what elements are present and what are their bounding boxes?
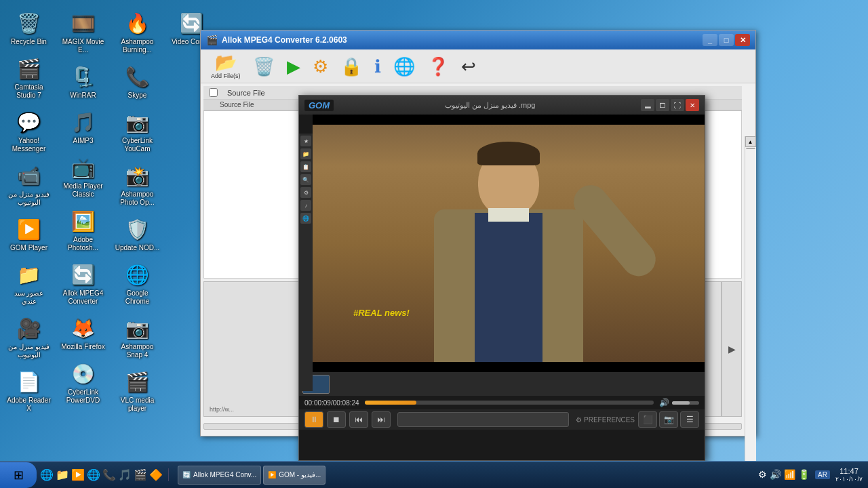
quick-launch-media[interactable]: ▶️ (71, 468, 85, 481)
desktop-icon-recycle-bin[interactable]: 🗑️ Recycle Bin (3, 7, 54, 49)
desktop-icon-vlc[interactable]: 🎬 VLC media player (112, 365, 163, 415)
desktop-icon-adobe-reader[interactable]: 📄 Adobe Reader X (3, 365, 54, 415)
adobe-reader-icon: 📄 (16, 368, 43, 395)
delete-button[interactable]: 🗑️ (250, 56, 278, 77)
quick-launch-film[interactable]: 🎬 (134, 468, 147, 481)
desktop-icon-magix[interactable]: 🎞️ MAGIX Movie E... (58, 7, 108, 57)
taskbar-item-gom[interactable]: ▶️ GOM - فيديو... (263, 466, 326, 485)
allok-maximize-button[interactable]: □ (719, 34, 734, 46)
capture-button[interactable]: 📷 (659, 411, 678, 428)
select-all-checkbox[interactable] (209, 88, 218, 97)
volume-fill (672, 401, 690, 405)
desktop-icon-photoshop[interactable]: 🖼️ Adobe Photosh... (58, 205, 108, 255)
desktop-icon-gom[interactable]: ▶️ GOM Player (3, 213, 54, 255)
desktop-icon-camtasia[interactable]: 🎬 Camtasia Studio 7 (3, 52, 54, 102)
settings-button[interactable]: ⚙ (309, 56, 332, 77)
volume-track[interactable] (672, 401, 699, 405)
desktop-icon-youcam[interactable]: 📷 CyberLink YouCam (112, 106, 163, 156)
person-inner (475, 213, 542, 362)
desktop-icon-media-player[interactable]: 📺 Media Player Classic (58, 151, 108, 201)
preview-play-button[interactable]: ▶ (722, 281, 742, 417)
scroll-thumb[interactable] (746, 148, 755, 149)
desktop-icon-winrar[interactable]: 🗜️ WinRAR (58, 60, 108, 102)
systray-icon-1[interactable]: ⚙ (758, 469, 767, 480)
gom-restore-button[interactable]: ⧠ (656, 99, 669, 111)
add-files-button[interactable]: 📂 Add File(s) (208, 52, 244, 81)
gom-minimize-button[interactable]: 🗕 (641, 99, 654, 111)
undo-button[interactable]: ↩ (458, 56, 479, 77)
desktop-icon-aimp3[interactable]: 🎵 AIMP3 (58, 106, 108, 148)
right-scrollbar[interactable]: ▲ ▼ (745, 136, 755, 482)
lock-button[interactable]: 🔒 (337, 56, 366, 77)
gom-close-button[interactable]: ✕ (686, 99, 699, 111)
quick-launch-explorer[interactable]: 📁 (56, 468, 69, 481)
taskbar-item-allok[interactable]: 🔄 Allok MPEG4 Conv... (178, 466, 261, 485)
info-button[interactable]: ℹ (371, 56, 384, 77)
next-button[interactable]: ⏭ (372, 411, 391, 428)
person-hair (477, 142, 540, 165)
allok-titlebar[interactable]: 🎬 Allok MPEG4 Converter 6.2.0603 _ □ ✕ (201, 30, 755, 49)
pause-button[interactable]: ⏸ (304, 411, 323, 428)
menu-button[interactable]: ☰ (680, 411, 699, 428)
desktop-icon-nod[interactable]: 🛡️ Update NOD... (112, 213, 163, 255)
scroll-up-arrow[interactable]: ▲ (745, 136, 756, 147)
allok-toolbar: 📂 Add File(s) 🗑️ ▶ ⚙ 🔒 ℹ 🌐 ❓ (201, 49, 755, 83)
gom-seekbar-area: 00:00:09/00:08:24 🔊 (299, 396, 705, 409)
quick-launch-orange[interactable]: 🔶 (149, 468, 163, 481)
sidebar-btn-2[interactable]: 📁 (300, 148, 311, 159)
start-button[interactable]: ⊞ (0, 462, 37, 488)
desktop-icon-firefox[interactable]: 🦊 Mozilla Firefox (58, 312, 108, 354)
preview-url: http://w... (210, 406, 234, 413)
ashampoo-burn-label: Ashampoo Burning... (115, 38, 160, 54)
desktop-icon-allok[interactable]: 🔄 Allok MPEG4 Converter (58, 258, 108, 308)
prev-button[interactable]: ⏮ (349, 411, 368, 428)
desktop-icon-chrome[interactable]: 🌐 Google Chrome (112, 258, 163, 308)
preferences-button[interactable]: ⚙ PREFERENCES (576, 416, 635, 424)
systray-icon-2[interactable]: 🔊 (770, 469, 781, 480)
stop-button[interactable]: ⏹ (327, 411, 346, 428)
quick-launch-chrome[interactable]: 🌐 (87, 468, 100, 481)
add-files-icon: 📂 (215, 54, 237, 71)
gom-titlebar[interactable]: GOM فيديو منزل من اليوتيوب .mpg 🗕 ⧠ ⛶ ✕ (299, 96, 705, 115)
video-top-bar (313, 115, 705, 125)
desktop-icon-snap[interactable]: 📷 Ashampoo Snap 4 (112, 312, 163, 362)
nod-icon: 🛡️ (124, 216, 151, 243)
snap-label: Ashampoo Snap 4 (115, 343, 160, 359)
desktop-icon-skype[interactable]: 📞 Skype (112, 60, 163, 102)
pause-icon: ⏸ (310, 415, 318, 424)
playlist-bar[interactable] (397, 412, 569, 427)
gom-seek-track[interactable] (365, 401, 654, 405)
desktop-icon-flv[interactable]: 📹 فيديو منزل من اليوتيوب (3, 159, 54, 209)
systray-icon-net[interactable]: 📶 (784, 469, 795, 480)
quick-launch-ie[interactable]: 🌐 (40, 468, 54, 481)
desktop-icon-arabic2[interactable]: 🎥 فيديو منزل من اليوتيوب (3, 312, 54, 362)
desktop-icon-powerdvd[interactable]: 💿 CyberLink PowerDVD (58, 357, 108, 407)
allok-close-button[interactable]: ✕ (735, 34, 750, 46)
sidebar-btn-5[interactable]: ⚙ (300, 187, 311, 198)
allok-minimize-button[interactable]: _ (703, 34, 717, 46)
language-indicator[interactable]: AR (815, 470, 830, 479)
desktop-icon-yahoo[interactable]: 💬 Yahoo! Messenger (3, 106, 54, 156)
allok-icon: 🔄 (70, 261, 97, 288)
quick-launch-skype[interactable]: 📞 (102, 468, 116, 481)
convert-icon: ▶ (287, 58, 300, 75)
sidebar-btn-4[interactable]: 🔍 (300, 174, 311, 185)
quick-launch-winamp[interactable]: 🎵 (118, 468, 132, 481)
sidebar-btn-3[interactable]: 📋 (300, 161, 311, 172)
web-button[interactable]: 🌐 (390, 56, 418, 77)
flv-label: فيديو منزل من اليوتيوب (6, 190, 52, 207)
aimp3-label: AIMP3 (73, 137, 93, 145)
winrar-label: WinRAR (70, 92, 96, 100)
desktop-icon-arabic1[interactable]: 📁 عصور سيد عندي (3, 258, 54, 308)
convert-button[interactable]: ▶ (283, 56, 304, 77)
gom-fullscreen-button[interactable]: ⛶ (671, 99, 684, 111)
sidebar-btn-6[interactable]: ♪ (300, 200, 311, 211)
systray-icon-battery[interactable]: 🔋 (798, 469, 810, 480)
aspect-button[interactable]: ⬛ (638, 411, 657, 428)
desktop-icon-ashampoo-photo[interactable]: 📸 Ashampoo Photo Op... (112, 159, 163, 209)
sidebar-btn-7[interactable]: 🌐 (300, 213, 311, 224)
desktop-icon-ashampoo-burn[interactable]: 🔥 Ashampoo Burning... (112, 7, 163, 57)
help-button[interactable]: ❓ (424, 56, 452, 77)
sidebar-btn-1[interactable]: ★ (300, 136, 311, 146)
person-collar (488, 208, 529, 222)
